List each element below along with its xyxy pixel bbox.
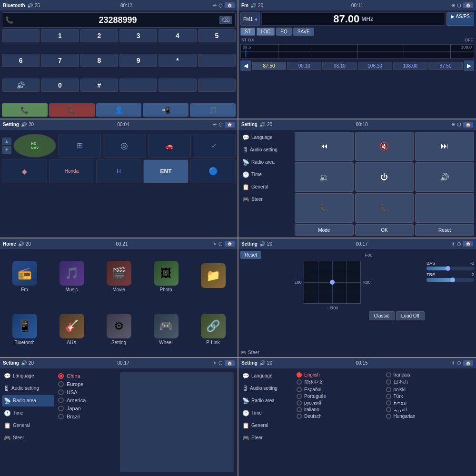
key-blank4[interactable]: [159, 79, 196, 92]
menu-language-p7[interactable]: 💬 Language: [2, 370, 54, 382]
tre-thumb[interactable]: [450, 278, 455, 282]
key-7[interactable]: 7: [41, 54, 79, 67]
key-star[interactable]: *: [159, 54, 196, 67]
preset-5[interactable]: 108.00: [393, 62, 427, 70]
menu-radio-p4[interactable]: 📡 Radio area: [240, 157, 293, 168]
area-japan[interactable]: Japan: [58, 406, 114, 411]
reset-btn-p4[interactable]: Reset: [415, 224, 474, 236]
lang-chinese[interactable]: 简体中文: [297, 379, 383, 386]
lang-hebrew[interactable]: עברית: [386, 400, 473, 406]
menu-audio-p4[interactable]: 🎛 Audio setting: [240, 144, 293, 156]
area-america[interactable]: America: [58, 397, 114, 403]
key-vol[interactable]: 🔊: [2, 79, 40, 92]
lang-german[interactable]: Deutsch: [297, 414, 383, 419]
key-6[interactable]: 6: [2, 54, 40, 67]
wheel-icon[interactable]: 🎮 Wheel: [143, 304, 188, 355]
hd-logo[interactable]: HDNAV: [13, 134, 56, 158]
prev-btn[interactable]: ◀: [240, 60, 251, 71]
home-btn-p2[interactable]: 🏠: [463, 2, 473, 8]
phone2-btn[interactable]: 📞: [355, 193, 414, 223]
key-4[interactable]: 4: [159, 29, 196, 42]
preset-4[interactable]: 106.10: [358, 62, 392, 70]
next-btn[interactable]: ▶: [464, 60, 474, 71]
lang-japanese[interactable]: 日本の: [386, 379, 473, 386]
vol-up-btn[interactable]: 🔊: [415, 162, 474, 192]
menu-radio-p7[interactable]: 📡 Radio area: [2, 395, 54, 407]
skip-back-btn[interactable]: ⏮: [295, 132, 354, 161]
logo-prev[interactable]: ▲: [2, 138, 11, 145]
lang-arabic[interactable]: العربية: [386, 407, 473, 412]
key-blank3[interactable]: [119, 79, 157, 92]
lang-italian[interactable]: italiano: [297, 407, 383, 412]
menu-radio-p8[interactable]: 📡 Radio area: [240, 395, 293, 407]
aux-icon[interactable]: 🎸 AUX: [49, 304, 94, 355]
home-btn-p5[interactable]: 🏠: [225, 241, 235, 247]
key-9[interactable]: 9: [119, 54, 157, 67]
power-btn[interactable]: ⏻: [355, 162, 414, 192]
logo5[interactable]: ✓: [193, 134, 236, 158]
ent-logo[interactable]: ENT: [143, 159, 188, 183]
skip-fwd-btn[interactable]: ⏭: [415, 132, 474, 161]
lang-portuguese[interactable]: Português: [297, 394, 383, 399]
area-china[interactable]: China: [58, 373, 114, 379]
folder-icon[interactable]: 📁: [190, 251, 236, 302]
menu-steer-p7[interactable]: 🎮 Steer: [2, 432, 54, 444]
ok-btn[interactable]: OK: [355, 224, 414, 236]
menu-general-p7[interactable]: 📋 General: [2, 420, 54, 431]
preset-3[interactable]: 98.10: [322, 62, 357, 70]
key-1[interactable]: 1: [41, 29, 79, 42]
bas-thumb[interactable]: [446, 266, 450, 271]
eq-reset-button[interactable]: Reset: [240, 251, 261, 259]
lang-russian[interactable]: русский: [297, 400, 383, 406]
st-button[interactable]: ST: [240, 28, 255, 36]
honda-logo[interactable]: Honda: [49, 159, 94, 183]
key-hash[interactable]: #: [80, 79, 118, 92]
transfer-button[interactable]: 📲: [143, 103, 188, 117]
home-btn-p3[interactable]: 🏠: [225, 122, 235, 128]
lang-polish[interactable]: polski: [386, 387, 473, 392]
area-brazil[interactable]: Brazil: [58, 414, 114, 419]
logo3[interactable]: ◎: [103, 134, 146, 158]
menu-audio-p8[interactable]: 🎛 Audio setting: [240, 383, 293, 394]
movie-icon[interactable]: 🎬 Movie: [96, 251, 141, 302]
setting-icon[interactable]: ⚙ Setting: [96, 304, 141, 355]
menu-steer-p8[interactable]: 🎮 Steer: [240, 432, 293, 444]
menu-general-p8[interactable]: 📋 General: [240, 420, 293, 431]
home-btn-p8[interactable]: 🏠: [463, 360, 473, 366]
key-0[interactable]: 0: [41, 79, 79, 92]
classic-button[interactable]: Classic: [369, 311, 395, 320]
preset-1[interactable]: 87.50: [252, 62, 286, 70]
loc-button[interactable]: LOC: [257, 28, 275, 36]
menu-time-p8[interactable]: 🕐 Time: [240, 407, 293, 419]
phone-btn[interactable]: 📞: [295, 193, 354, 223]
menu-general-p4[interactable]: 📋 General: [240, 181, 293, 193]
key-blank[interactable]: [2, 29, 40, 42]
vw-logo[interactable]: ⊞: [58, 134, 101, 158]
music-button[interactable]: 🎵: [190, 103, 236, 117]
fm-preset-selector[interactable]: FM1 ◀: [240, 12, 260, 26]
fm-icon[interactable]: 📻 Fm: [2, 251, 47, 302]
key-3[interactable]: 3: [119, 29, 157, 42]
eq-dot[interactable]: [330, 280, 335, 285]
logo-next[interactable]: ▼: [2, 146, 11, 154]
plink-icon[interactable]: 🔗 P-Link: [190, 304, 236, 355]
home-btn-p1[interactable]: 🏠: [225, 2, 235, 8]
preset-2[interactable]: 90.10: [287, 62, 321, 70]
area-europe[interactable]: Europe: [58, 381, 114, 387]
menu-time-p7[interactable]: 🕐 Time: [2, 407, 54, 419]
menu-steer-p4[interactable]: 🎮 Steer: [240, 194, 293, 205]
home-btn-p4[interactable]: 🏠: [463, 122, 473, 128]
key-2[interactable]: 2: [80, 29, 118, 42]
delete-button[interactable]: ⌫: [219, 16, 232, 24]
contact-button[interactable]: 👤: [96, 103, 142, 117]
bas-slider[interactable]: [426, 267, 474, 270]
bluetooth-icon-home[interactable]: 📱 Bluetooth: [2, 304, 47, 355]
mute-btn[interactable]: 🔇: [355, 132, 414, 161]
logo10[interactable]: 🔵: [190, 159, 236, 183]
asps-button[interactable]: ▶ AS/PS: [446, 12, 474, 26]
toyota-logo[interactable]: 🚗: [148, 134, 191, 158]
menu-audio-p7[interactable]: 🎛 Audio setting: [2, 383, 54, 394]
home-btn-p6[interactable]: 🏠: [463, 241, 473, 247]
key-8[interactable]: 8: [80, 54, 118, 67]
photo-icon[interactable]: 🖼 Photo: [143, 251, 188, 302]
